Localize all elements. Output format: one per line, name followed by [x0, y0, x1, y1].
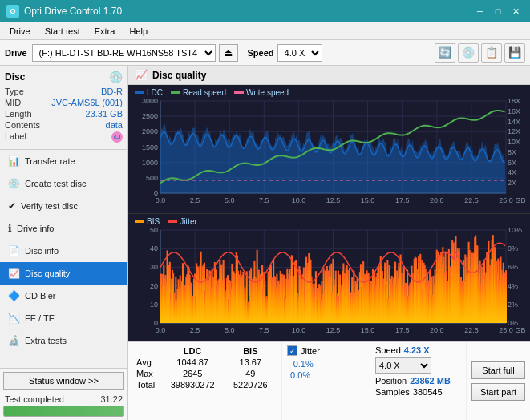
legend-jitter-label: Jitter [180, 217, 197, 226]
disc-mid-row: MID JVC-AMS6L (001) [5, 98, 123, 107]
drive-select[interactable]: (F:) HL-DT-ST BD-RE WH16NS58 TST4 [32, 44, 216, 62]
jitter-checkbox[interactable]: ✓ [287, 345, 297, 356]
extra-tests-icon: 🔬 [8, 335, 20, 346]
chart2-legend: BIS Jitter [135, 217, 197, 226]
disc-panel-title: Disc [5, 71, 25, 83]
disc-length-row: Length 23.31 GB [5, 109, 123, 119]
chart1-legend: LDC Read speed Write speed [135, 88, 289, 97]
refresh-button[interactable]: 🔄 [435, 43, 455, 63]
nav-disc-info[interactable]: 📄 Disc info [0, 240, 127, 262]
menu-extra[interactable]: Extra [88, 25, 122, 38]
legend-bis-label: BIS [147, 217, 160, 226]
position-value: 23862 MB [410, 376, 451, 386]
disc-label-label: Label [5, 131, 26, 143]
disc-button[interactable]: 💿 [458, 43, 479, 63]
disc-mid-label: MID [5, 98, 21, 107]
minimize-button[interactable]: ─ [472, 4, 488, 18]
nav-cd-bler[interactable]: 🔷 CD Bler [0, 285, 127, 307]
jitter-avg: -0.1% [290, 359, 365, 369]
disc-quality-header: 📈 Disc quality [128, 66, 530, 85]
stats-row: LDC BIS Avg 1044.87 13.67 Max [128, 341, 530, 420]
nav-disc-info-label: Disc info [25, 246, 59, 256]
stats-table-area: LDC BIS Avg 1044.87 13.67 Max [128, 342, 281, 420]
toolbar: Drive (F:) HL-DT-ST BD-RE WH16NS58 TST4 … [0, 40, 530, 66]
chart-ldc: LDC Read speed Write speed [128, 85, 530, 213]
jitter-values: -0.1% 0.0% [287, 359, 365, 380]
stats-max-bis: 49 [225, 368, 277, 379]
speed-row: Speed 4.23 X [375, 345, 461, 355]
save-button[interactable]: 💾 [504, 43, 525, 63]
stats-total-row: Total 398930272 5220726 [133, 379, 277, 390]
start-full-button[interactable]: Start full [471, 361, 525, 379]
copy-button[interactable]: 📋 [481, 43, 502, 63]
menu-help[interactable]: Help [123, 25, 154, 38]
disc-panel-icon: 💿 [109, 71, 123, 83]
menu-bar: Drive Start test Extra Help [0, 22, 530, 40]
legend-ldc: LDC [135, 88, 163, 97]
nav-extra-tests-label: Extra tests [25, 336, 67, 345]
stats-avg-ldc: 1044.87 [161, 357, 225, 368]
nav-drive-info[interactable]: ℹ Drive info [0, 217, 127, 240]
menu-start-test[interactable]: Start test [38, 25, 87, 38]
status-bar: Status window >> Test completed 31:22 [0, 368, 127, 420]
fe-te-icon: 📉 [8, 313, 20, 324]
speed-section: Speed 4.23 X 4.0 X Position 23862 MB Sam… [370, 342, 466, 420]
nav-create-test-disc[interactable]: 💿 Create test disc [0, 172, 127, 195]
legend-bis: BIS [135, 217, 160, 226]
jitter-header: ✓ Jitter [287, 345, 365, 356]
nav-fe-te[interactable]: 📉 FE / TE [0, 307, 127, 329]
jitter-section: ✓ Jitter -0.1% 0.0% [281, 342, 370, 420]
status-window-button[interactable]: Status window >> [3, 372, 124, 390]
cd-bler-icon: 🔷 [8, 290, 20, 301]
disc-length-value: 23.31 GB [86, 109, 123, 119]
nav-drive-info-label: Drive info [17, 224, 54, 233]
status-text-row: Test completed 31:22 [0, 393, 127, 406]
close-button[interactable]: ✕ [508, 4, 524, 18]
nav-transfer-rate-label: Transfer rate [25, 156, 75, 166]
nav-extra-tests[interactable]: 🔬 Extra tests [0, 329, 127, 352]
stats-total-label: Total [133, 379, 161, 390]
action-buttons: Start full Start part [466, 342, 530, 420]
drive-info-icon: ℹ [8, 223, 12, 234]
jitter-label: Jitter [301, 346, 320, 356]
nav-verify-test-disc[interactable]: ✔ Verify test disc [0, 195, 127, 217]
nav-fe-te-label: FE / TE [25, 313, 55, 323]
stats-header-bis: BIS [225, 345, 277, 357]
main-layout: Disc 💿 Type BD-R MID JVC-AMS6L (001) Len… [0, 66, 530, 420]
app-title: Opti Drive Control 1.70 [24, 6, 122, 17]
maximize-button[interactable]: □ [490, 4, 506, 18]
nav-disc-quality[interactable]: 📈 Disc quality [0, 262, 127, 285]
nav-create-test-disc-label: Create test disc [25, 179, 86, 188]
menu-drive[interactable]: Drive [3, 25, 37, 38]
disc-type-value: BD-R [101, 87, 123, 96]
speed-row-value: 4.23 X [404, 345, 430, 355]
nav-disc-quality-label: Disc quality [25, 269, 70, 278]
status-time: 31:22 [100, 394, 123, 404]
eject-button[interactable]: ⏏ [219, 44, 238, 62]
nav-transfer-rate[interactable]: 📊 Transfer rate [0, 150, 127, 172]
position-label: Position [375, 376, 407, 386]
samples-row: Samples 380545 [375, 387, 461, 397]
speed-select-stats[interactable]: 4.0 X [375, 357, 431, 374]
disc-quality-title: Disc quality [152, 70, 206, 81]
nav-verify-test-disc-label: Verify test disc [21, 201, 78, 211]
speed-select-row: 4.0 X [375, 357, 461, 374]
stats-avg-label: Avg [133, 357, 161, 368]
disc-quality-header-icon: 📈 [135, 69, 148, 81]
verify-test-disc-icon: ✔ [8, 200, 16, 212]
stats-avg-bis: 13.67 [225, 357, 277, 368]
stats-avg-row: Avg 1044.87 13.67 [133, 357, 277, 368]
jitter-max: 0.0% [290, 370, 365, 380]
jitter-avg-val: -0.1% [290, 359, 314, 369]
disc-contents-value: data [106, 120, 123, 130]
chart1-canvas [128, 85, 530, 213]
app-icon: O [6, 5, 19, 18]
speed-select[interactable]: 4.0 X [277, 44, 322, 62]
title-bar: O Opti Drive Control 1.70 ─ □ ✕ [0, 0, 530, 22]
disc-contents-label: Contents [5, 120, 40, 130]
transfer-rate-icon: 📊 [8, 155, 20, 167]
start-part-button[interactable]: Start part [471, 383, 525, 401]
position-row: Position 23862 MB [375, 376, 461, 386]
jitter-max-val: 0.0% [290, 370, 310, 380]
chart2-canvas [128, 214, 530, 342]
